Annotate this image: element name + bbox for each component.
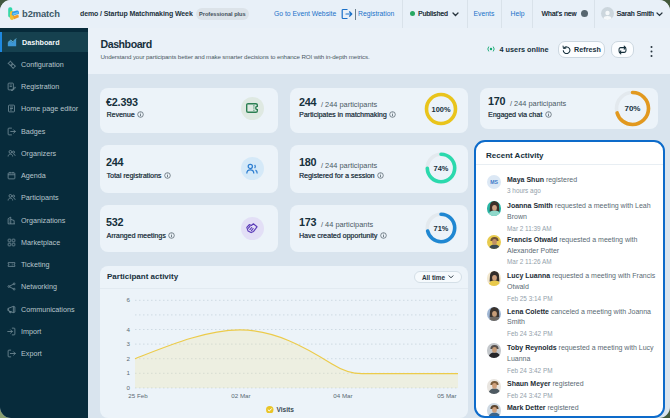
svg-text:05 Mar: 05 Mar	[437, 392, 456, 399]
svg-text:02 Mar: 02 Mar	[231, 392, 250, 399]
svg-text:6: 6	[127, 296, 131, 303]
svg-text:3: 3	[127, 340, 131, 347]
svg-text:25 Feb: 25 Feb	[128, 392, 148, 399]
svg-text:4: 4	[127, 325, 131, 332]
svg-text:1: 1	[127, 369, 131, 376]
svg-text:04 Mar: 04 Mar	[333, 392, 352, 399]
svg-text:0: 0	[127, 384, 131, 391]
svg-text:2: 2	[127, 354, 131, 361]
